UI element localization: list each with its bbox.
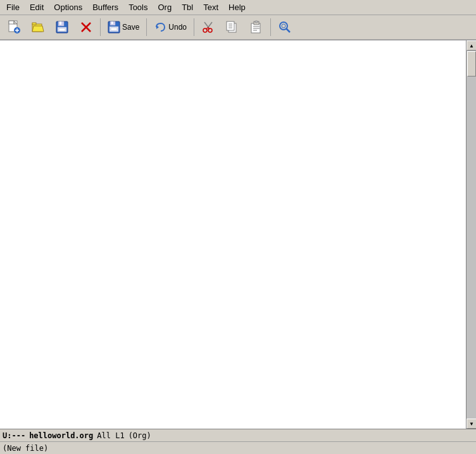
svg-point-39 xyxy=(280,22,287,30)
menu-help[interactable]: Help xyxy=(223,1,251,13)
separator-2 xyxy=(146,18,147,36)
open-button[interactable] xyxy=(27,17,49,37)
svg-rect-35 xyxy=(255,21,258,23)
undo-button[interactable]: Undo xyxy=(149,17,191,37)
separator-4 xyxy=(270,18,271,36)
menu-tbl[interactable]: Tbl xyxy=(177,1,198,13)
menu-text[interactable]: Text xyxy=(198,1,223,13)
copy-icon xyxy=(225,20,239,34)
toolbar: Save Undo xyxy=(0,15,476,40)
cut-icon xyxy=(201,20,215,34)
save-small-button[interactable] xyxy=(51,17,73,37)
position: All L1 xyxy=(97,431,124,440)
save-icon xyxy=(108,21,120,34)
new-file-button[interactable] xyxy=(3,17,25,37)
scroll-thumb[interactable] xyxy=(467,51,476,77)
message-bar: (New file) xyxy=(0,441,476,454)
menu-options[interactable]: Options xyxy=(49,1,87,13)
new-file-icon xyxy=(7,20,21,34)
search-icon xyxy=(278,20,292,34)
paste-icon xyxy=(249,20,263,34)
svg-line-26 xyxy=(208,22,212,27)
menu-tools[interactable]: Tools xyxy=(123,1,153,13)
menu-org[interactable]: Org xyxy=(153,1,177,13)
menu-edit[interactable]: Edit xyxy=(25,1,49,13)
save-button[interactable]: Save xyxy=(103,17,144,37)
menu-file[interactable]: File xyxy=(1,1,25,13)
svg-rect-11 xyxy=(60,21,61,25)
paste-button[interactable] xyxy=(245,17,268,37)
svg-line-40 xyxy=(287,29,291,33)
search-button[interactable] xyxy=(273,17,296,37)
svg-rect-13 xyxy=(59,28,65,31)
svg-marker-8 xyxy=(32,26,44,32)
separator-3 xyxy=(194,18,194,36)
svg-rect-7 xyxy=(32,23,36,25)
scroll-down-arrow[interactable]: ▼ xyxy=(467,419,476,429)
close-button[interactable] xyxy=(75,17,97,37)
undo-label: Undo xyxy=(168,23,187,32)
menu-bar: File Edit Options Buffers Tools Org Tbl … xyxy=(0,0,476,15)
save-label: Save xyxy=(122,23,139,32)
svg-rect-20 xyxy=(111,28,117,30)
message-text: (New file) xyxy=(3,444,48,453)
svg-rect-1 xyxy=(9,21,14,24)
status-indicator: U:--- xyxy=(3,431,25,440)
open-icon xyxy=(31,20,45,34)
editor-container: ▲ ▼ xyxy=(0,40,476,429)
scroll-up-arrow[interactable]: ▲ xyxy=(467,40,476,51)
close-icon xyxy=(79,20,93,34)
svg-point-41 xyxy=(282,24,285,28)
cut-button[interactable] xyxy=(197,17,220,37)
svg-rect-18 xyxy=(111,21,113,24)
vertical-scrollbar[interactable]: ▲ ▼ xyxy=(466,40,476,429)
save-small-icon xyxy=(55,20,69,34)
svg-marker-21 xyxy=(156,25,159,29)
filename: helloworld.org xyxy=(29,431,93,440)
copy-button[interactable] xyxy=(221,17,244,37)
separator-1 xyxy=(100,18,101,36)
menu-buffers[interactable]: Buffers xyxy=(87,1,123,13)
svg-line-27 xyxy=(204,22,208,27)
editor-area[interactable] xyxy=(0,40,466,429)
scroll-track[interactable] xyxy=(467,51,476,419)
undo-icon xyxy=(154,21,166,34)
mode: (Org) xyxy=(128,431,151,440)
status-bar: U:--- helloworld.org All L1 (Org) xyxy=(0,429,476,441)
